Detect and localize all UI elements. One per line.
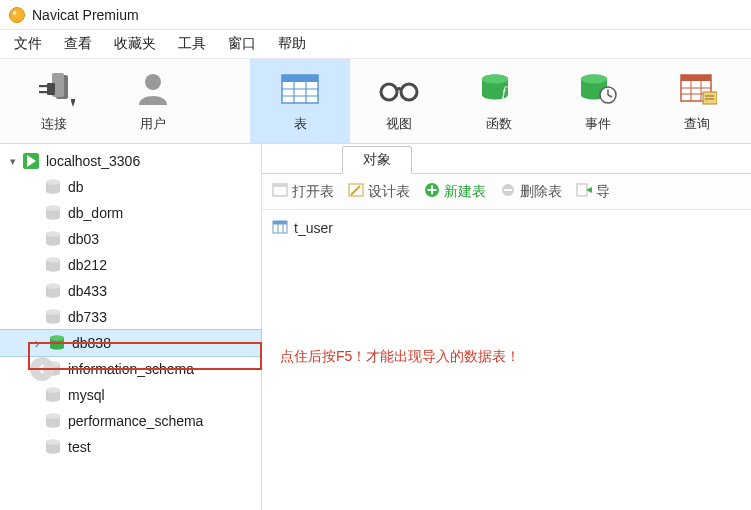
menu-fav[interactable]: 收藏夹	[114, 35, 156, 53]
tree-db-db212[interactable]: db212	[0, 252, 261, 278]
tab-objects[interactable]: 对象	[342, 146, 412, 174]
menu-view[interactable]: 查看	[64, 35, 92, 53]
menu-help[interactable]: 帮助	[278, 35, 306, 53]
svg-point-39	[46, 180, 60, 185]
svg-rect-6	[39, 91, 47, 93]
action-delete-table[interactable]: 删除表	[500, 183, 562, 201]
svg-point-41	[46, 206, 60, 211]
database-icon	[44, 204, 62, 222]
toolbar-connect[interactable]: 连接	[4, 59, 103, 143]
tree-db-db433[interactable]: db433	[0, 278, 261, 304]
menubar: 文件 查看 收藏夹 工具 窗口 帮助	[0, 30, 751, 58]
tree-connection-row[interactable]: ▾ localhost_3306	[0, 148, 261, 174]
chevron-right-icon[interactable]: ›	[30, 335, 44, 351]
tree-db-mysql[interactable]: mysql	[0, 382, 261, 408]
database-icon	[44, 386, 62, 404]
database-icon	[44, 230, 62, 248]
tree-db-label: db	[68, 179, 84, 195]
table-row[interactable]: t_user	[272, 216, 741, 240]
tree-db-db[interactable]: db	[0, 174, 261, 200]
svg-marker-7	[71, 101, 75, 107]
toolbar-table[interactable]: 表	[250, 59, 349, 143]
tab-objects-label: 对象	[363, 151, 391, 169]
tree-db-db_dorm[interactable]: db_dorm	[0, 200, 261, 226]
toolbar-query[interactable]: 查询	[648, 59, 747, 143]
action-design-table[interactable]: 设计表	[348, 183, 410, 201]
menu-file[interactable]: 文件	[14, 35, 42, 53]
toolbar-function[interactable]: f (x) 函数	[449, 59, 548, 143]
tree-db-db838[interactable]: ›db838	[0, 330, 261, 356]
action-new-table[interactable]: 新建表	[424, 182, 486, 201]
database-icon	[44, 308, 62, 326]
back-circle-icon[interactable]	[30, 357, 54, 381]
toolbar-view-label: 视图	[386, 115, 412, 133]
svg-rect-28	[681, 75, 711, 81]
titlebar: Navicat Premium	[0, 0, 751, 30]
table-small-icon	[272, 220, 288, 237]
svg-point-23	[581, 75, 607, 84]
svg-rect-5	[39, 85, 47, 87]
database-icon	[44, 438, 62, 456]
open-table-icon	[272, 183, 288, 200]
tree-db-db03[interactable]: db03	[0, 226, 261, 252]
object-tabs: 对象	[262, 144, 751, 174]
svg-rect-11	[282, 75, 318, 82]
action-open-table[interactable]: 打开表	[272, 183, 334, 201]
plug-icon	[30, 69, 78, 109]
tree-db-label: db733	[68, 309, 107, 325]
glasses-icon	[375, 69, 423, 109]
svg-point-51	[50, 336, 64, 341]
tree-db-label: performance_schema	[68, 413, 203, 429]
toolbar-user-label: 用户	[140, 115, 166, 133]
action-import-table[interactable]: 导	[576, 183, 610, 201]
tree-db-db733[interactable]: db733	[0, 304, 261, 330]
database-icon	[44, 256, 62, 274]
menu-window[interactable]: 窗口	[228, 35, 256, 53]
object-panel: 对象 打开表 设计表 新建表	[262, 144, 751, 510]
tree-db-label: mysql	[68, 387, 105, 403]
function-icon: f (x)	[479, 69, 519, 109]
svg-point-57	[46, 414, 60, 419]
svg-line-63	[351, 186, 360, 195]
svg-rect-33	[703, 92, 717, 104]
tree-db-label: db838	[72, 335, 111, 351]
event-icon	[578, 69, 618, 109]
toolbar-view[interactable]: 视图	[350, 59, 449, 143]
query-icon	[677, 69, 717, 109]
svg-point-16	[381, 84, 397, 100]
svg-point-59	[46, 440, 60, 445]
main-area: ▾ localhost_3306 dbdb_dormdb03db212db433…	[0, 144, 751, 510]
svg-rect-61	[273, 184, 287, 187]
svg-point-9	[145, 74, 161, 90]
toolbar-query-label: 查询	[684, 115, 710, 133]
toolbar: 连接 用户 表	[0, 58, 751, 144]
toolbar-user[interactable]: 用户	[103, 59, 202, 143]
tree-db-label: db03	[68, 231, 99, 247]
database-icon	[48, 334, 66, 352]
chevron-down-icon[interactable]: ▾	[6, 155, 20, 168]
tree-db-performance_schema[interactable]: performance_schema	[0, 408, 261, 434]
tree-connection-label: localhost_3306	[46, 153, 140, 169]
toolbar-event[interactable]: 事件	[548, 59, 647, 143]
svg-point-17	[401, 84, 417, 100]
svg-rect-69	[577, 184, 587, 196]
tree-db-label: db433	[68, 283, 107, 299]
toolbar-table-label: 表	[294, 115, 307, 133]
menu-tools[interactable]: 工具	[178, 35, 206, 53]
connection-icon	[22, 152, 40, 170]
database-icon	[44, 178, 62, 196]
table-actionbar: 打开表 设计表 新建表 删除表	[262, 174, 751, 210]
tree-db-test[interactable]: test	[0, 434, 261, 460]
tree-db-label: db212	[68, 257, 107, 273]
action-import-table-label: 导	[596, 183, 610, 201]
action-new-table-label: 新建表	[444, 183, 486, 201]
object-list: t_user	[262, 210, 751, 246]
toolbar-event-label: 事件	[585, 115, 611, 133]
tree-db-label: information_schema	[68, 361, 194, 377]
svg-point-49	[46, 310, 60, 315]
database-icon	[44, 282, 62, 300]
svg-text:(x): (x)	[507, 91, 517, 101]
svg-point-45	[46, 258, 60, 263]
toolbar-connect-label: 连接	[41, 115, 67, 133]
connection-tree: ▾ localhost_3306 dbdb_dormdb03db212db433…	[0, 144, 262, 510]
